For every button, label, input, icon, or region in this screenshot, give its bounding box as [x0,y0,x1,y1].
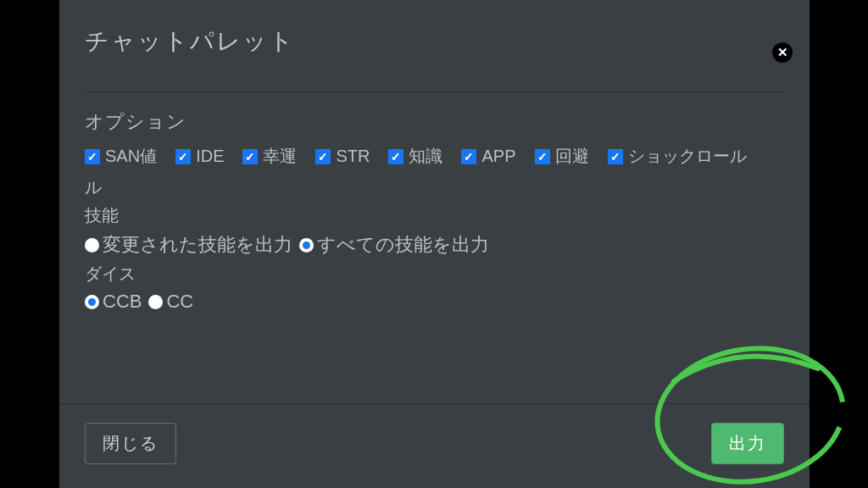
radio-label: CCB [103,291,142,313]
modal-body: オプション ✓ SAN値 ✓ IDE ✓ 幸運 ✓ STR [59,92,810,403]
checkbox-label: APP [481,147,515,166]
check-icon: ✓ [608,149,623,164]
dice-label: ダイス [85,263,784,286]
checkbox-app[interactable]: ✓ APP [461,147,515,166]
radio-skills-all[interactable]: すべての技能を出力 [299,232,489,258]
wrap-tail-text: ル [85,176,784,199]
modal-header: チャットパレット ✕ [59,0,810,92]
radio-label: CC [166,291,193,313]
radio-icon [85,238,99,252]
check-icon: ✓ [535,149,550,164]
check-icon: ✓ [175,149,191,164]
radio-dice-cc[interactable]: CC [148,291,193,313]
checkbox-label: ショックロール [628,145,747,168]
checkbox-shockroll[interactable]: ✓ ショックロール [608,145,747,168]
checkbox-label: 知識 [409,145,442,168]
checkbox-luck[interactable]: ✓ 幸運 [242,145,297,168]
radio-icon [148,295,163,309]
options-checkbox-row: ✓ SAN値 ✓ IDE ✓ 幸運 ✓ STR ✓ 知識 [85,145,784,168]
check-icon: ✓ [388,149,403,164]
radio-icon [299,238,314,252]
options-label: オプション [85,109,784,135]
output-button[interactable]: 出力 [711,423,784,464]
skills-radio-row: 変更された技能を出力 すべての技能を出力 [85,232,784,258]
checkbox-ide[interactable]: ✓ IDE [175,147,224,166]
modal-footer: 閉じる 出力 [59,403,810,488]
radio-label: 変更された技能を出力 [103,232,292,258]
chat-palette-modal: チャットパレット ✕ オプション ✓ SAN値 ✓ IDE ✓ 幸運 ✓ [59,0,810,488]
checkbox-label: 回避 [555,145,589,168]
checkbox-label: SAN値 [105,145,157,168]
radio-label: すべての技能を出力 [317,232,489,258]
check-icon: ✓ [85,149,100,164]
checkbox-label: IDE [196,147,224,166]
checkbox-knowledge[interactable]: ✓ 知識 [388,145,442,168]
dice-radio-row: CCB CC [85,291,784,313]
checkbox-label: STR [336,147,370,166]
radio-dice-ccb[interactable]: CCB [85,291,142,313]
close-icon[interactable]: ✕ [772,42,793,63]
modal-title: チャットパレット [85,25,784,58]
check-icon: ✓ [242,149,258,164]
checkbox-san[interactable]: ✓ SAN値 [85,145,157,168]
radio-skills-changed[interactable]: 変更された技能を出力 [85,232,292,258]
radio-icon [85,295,99,309]
skills-label: 技能 [85,204,784,227]
checkbox-str[interactable]: ✓ STR [315,147,370,166]
check-icon: ✓ [461,149,476,164]
checkbox-dodge[interactable]: ✓ 回避 [535,145,589,168]
checkbox-label: 幸運 [263,145,297,168]
close-button[interactable]: 閉じる [85,423,176,464]
check-icon: ✓ [315,149,331,164]
